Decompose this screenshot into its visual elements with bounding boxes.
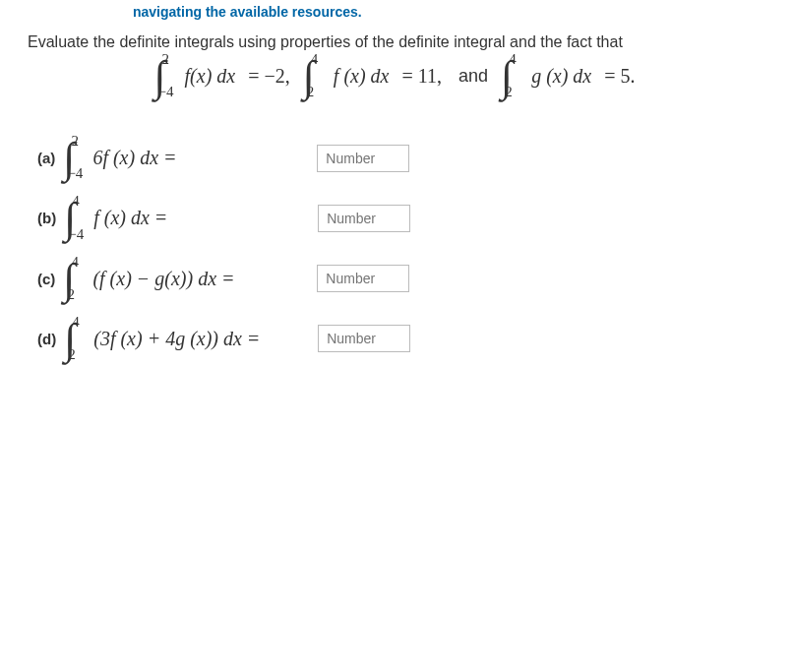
integrand: (3f (x) + 4g (x)) dx = (93, 328, 260, 350)
equals-value: = 5. (604, 65, 635, 88)
upper-limit: 4 (72, 195, 80, 207)
problem-label: (d) (37, 331, 56, 347)
equals-value: = −2, (248, 65, 290, 88)
problem-label: (a) (37, 150, 55, 166)
integrand: f(x) dx (185, 65, 236, 88)
lower-limit: 2 (505, 86, 513, 97)
upper-limit: 4 (311, 53, 319, 65)
upper-limit: 4 (72, 316, 80, 328)
answer-input-a[interactable] (317, 145, 409, 172)
given-facts: ∫2−4 f(x) dx = −2, ∫42 f (x) dx = 11, an… (28, 59, 765, 93)
integral-b: ∫4−4 f (x) dx = (64, 201, 167, 235)
lower-limit: −4 (158, 86, 174, 97)
problem-label: (b) (37, 210, 56, 226)
intro-text: Evaluate the definite integrals using pr… (28, 33, 765, 51)
problem-c: (c) ∫42 (f (x) − g(x)) dx = (37, 262, 765, 296)
problem-label: (c) (37, 271, 55, 287)
problem-d: (d) ∫42 (3f (x) + 4g (x)) dx = (37, 322, 765, 356)
answer-input-d[interactable] (318, 325, 410, 352)
problem-b: (b) ∫4−4 f (x) dx = (37, 201, 765, 235)
fact-integral-2: ∫42 f (x) dx (303, 59, 390, 93)
and-text: and (458, 66, 488, 87)
integrand: (f (x) − g(x)) dx = (92, 268, 234, 290)
nav-fragment: navigating the available resources. (0, 0, 793, 33)
fact-integral-3: ∫42 g (x) dx (501, 59, 591, 93)
answer-input-c[interactable] (317, 265, 409, 292)
lower-limit: 2 (68, 348, 76, 360)
upper-limit: 2 (71, 135, 79, 147)
lower-limit: 2 (307, 86, 315, 97)
upper-limit: 4 (509, 53, 517, 65)
equals-value: = 11, (401, 65, 442, 88)
integrand: g (x) dx (531, 65, 591, 88)
upper-limit: 2 (162, 53, 170, 65)
lower-limit: −4 (68, 228, 84, 240)
upper-limit: 4 (71, 256, 79, 268)
integral-d: ∫42 (3f (x) + 4g (x)) dx = (64, 322, 260, 356)
lower-limit: −4 (67, 167, 83, 179)
integrand: f (x) dx (334, 65, 390, 88)
integrand: f (x) dx = (93, 207, 167, 229)
lower-limit: 2 (67, 288, 75, 300)
answer-input-b[interactable] (318, 205, 410, 232)
integrand: 6f (x) dx = (92, 147, 176, 169)
fact-integral-1: ∫2−4 f(x) dx (154, 59, 236, 93)
integral-a: ∫2−4 6f (x) dx = (63, 141, 176, 175)
integral-c: ∫42 (f (x) − g(x)) dx = (63, 262, 234, 296)
problem-a: (a) ∫2−4 6f (x) dx = (37, 141, 765, 175)
